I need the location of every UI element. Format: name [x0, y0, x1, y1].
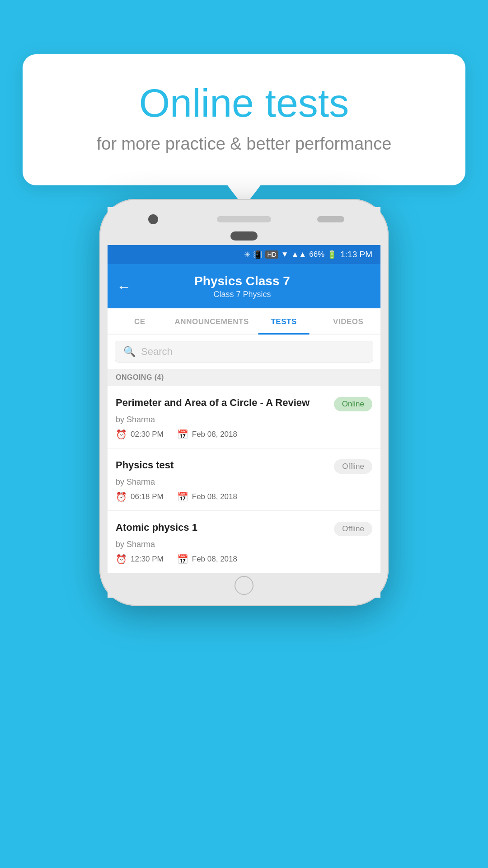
test-item[interactable]: Physics test Offline by Sharma ⏰ 06:18 P…: [108, 448, 380, 511]
header-breadcrumb: Class 7 Physics: [138, 290, 346, 299]
status-badge: Online: [334, 397, 372, 411]
hd-icon: HD: [265, 250, 278, 259]
calendar-icon: 📅: [177, 554, 188, 565]
test-meta: ⏰ 02:30 PM 📅 Feb 08, 2018: [116, 429, 372, 440]
hero-subtitle: for more practice & better performance: [50, 134, 438, 154]
signal-icon: ▲▲: [291, 250, 307, 259]
phone-outer: ✳ 📳 HD ▼ ▲▲ 66% 🔋 1:13 PM ← Physics Clas…: [99, 199, 389, 606]
date-value: Feb 08, 2018: [192, 555, 237, 564]
phone-screen: ✳ 📳 HD ▼ ▲▲ 66% 🔋 1:13 PM ← Physics Clas…: [108, 245, 380, 573]
tab-videos[interactable]: VIDEOS: [316, 308, 380, 334]
tab-announcements[interactable]: ANNOUNCEMENTS: [172, 308, 252, 334]
test-date: 📅 Feb 08, 2018: [177, 554, 237, 565]
clock-icon: ⏰: [116, 429, 127, 440]
clock-icon: ⏰: [116, 554, 127, 565]
wifi-icon: ▼: [281, 250, 289, 259]
test-item[interactable]: Perimeter and Area of a Circle - A Revie…: [108, 386, 380, 448]
search-bar-wrapper: 🔍 Search: [108, 335, 380, 369]
calendar-icon: 📅: [177, 429, 188, 440]
date-value: Feb 08, 2018: [192, 492, 237, 501]
search-bar[interactable]: 🔍 Search: [115, 341, 373, 363]
test-item[interactable]: Atomic physics 1 Offline by Sharma ⏰ 12:…: [108, 511, 380, 573]
vibrate-icon: 📳: [253, 250, 263, 259]
back-button[interactable]: ←: [117, 278, 131, 295]
phone-top-decoration: [108, 207, 380, 231]
search-icon: 🔍: [123, 346, 136, 358]
phone-mockup: ✳ 📳 HD ▼ ▲▲ 66% 🔋 1:13 PM ← Physics Clas…: [99, 199, 389, 606]
test-date: 📅 Feb 08, 2018: [177, 429, 237, 440]
tab-ce[interactable]: CE: [108, 308, 172, 334]
section-header-ongoing: ONGOING (4): [108, 369, 380, 386]
time-value: 06:18 PM: [131, 492, 164, 501]
tab-bar: CE ANNOUNCEMENTS TESTS VIDEOS: [108, 308, 380, 335]
test-date: 📅 Feb 08, 2018: [177, 491, 237, 502]
header-title: Physics Class 7: [138, 274, 346, 288]
bluetooth-icon: ✳: [244, 250, 250, 259]
test-meta: ⏰ 12:30 PM 📅 Feb 08, 2018: [116, 554, 372, 565]
status-bar: ✳ 📳 HD ▼ ▲▲ 66% 🔋 1:13 PM: [108, 245, 380, 264]
test-author: by Sharma: [116, 540, 372, 549]
search-placeholder: Search: [141, 346, 173, 358]
hero-title: Online tests: [50, 81, 438, 125]
hero-card: Online tests for more practice & better …: [23, 54, 465, 185]
status-badge: Offline: [334, 522, 372, 536]
status-icons: ✳ 📳 HD ▼ ▲▲ 66% 🔋: [244, 250, 337, 259]
header-text: Physics Class 7 Class 7 Physics: [138, 274, 346, 299]
date-value: Feb 08, 2018: [192, 430, 237, 439]
calendar-icon: 📅: [177, 491, 188, 502]
app-header: ← Physics Class 7 Class 7 Physics: [108, 264, 380, 308]
test-title: Atomic physics 1: [116, 521, 328, 534]
home-button-bar: [317, 216, 344, 222]
time-value: 02:30 PM: [131, 430, 164, 439]
clock-icon: ⏰: [116, 491, 127, 502]
test-title: Perimeter and Area of a Circle - A Revie…: [116, 396, 328, 410]
status-badge: Offline: [334, 459, 372, 474]
test-time: ⏰ 06:18 PM: [116, 491, 164, 502]
test-time: ⏰ 12:30 PM: [116, 554, 164, 565]
phone-bottom: [108, 573, 380, 598]
status-time: 1:13 PM: [340, 250, 372, 259]
home-button[interactable]: [235, 576, 253, 595]
test-author: by Sharma: [116, 477, 372, 487]
front-camera-bar: [230, 231, 258, 241]
test-time: ⏰ 02:30 PM: [116, 429, 164, 440]
test-author: by Sharma: [116, 415, 372, 425]
tab-tests[interactable]: TESTS: [252, 308, 316, 334]
test-meta: ⏰ 06:18 PM 📅 Feb 08, 2018: [116, 491, 372, 502]
battery-icon: 🔋: [327, 250, 337, 259]
time-value: 12:30 PM: [131, 555, 164, 564]
camera-dot: [148, 214, 158, 224]
speaker-bar: [217, 216, 271, 222]
test-title: Physics test: [116, 458, 328, 472]
test-list: Perimeter and Area of a Circle - A Revie…: [108, 386, 380, 573]
battery-pct: 66%: [309, 250, 324, 259]
